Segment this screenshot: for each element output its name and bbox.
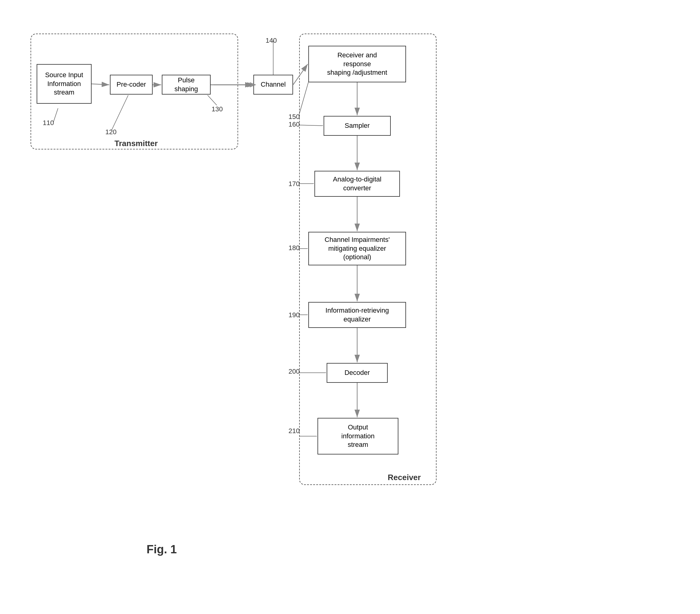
pulse-shaping-text: Pulse shaping — [165, 76, 207, 93]
source-block: Source Input Information stream — [37, 64, 91, 104]
equalizer2-block: Information-retrieving equalizer — [308, 302, 406, 328]
label-110: 110 — [43, 119, 54, 127]
label-190: 190 — [288, 311, 300, 319]
adc-text: Analog-to-digital converter — [333, 175, 382, 192]
sampler-block: Sampler — [324, 116, 391, 136]
decoder-block: Decoder — [327, 363, 388, 383]
channel-block: Channel — [253, 75, 293, 94]
label-210: 210 — [288, 427, 300, 435]
output-text: Output information stream — [341, 423, 375, 449]
precoder-text: Pre-coder — [117, 80, 146, 89]
label-170: 170 — [288, 180, 300, 188]
transmitter-label: Transmitter — [114, 139, 158, 148]
label-130: 130 — [212, 105, 223, 113]
receiver-label: Receiver — [388, 473, 421, 482]
diagram-container: Transmitter Receiver Source Input Inform… — [24, 18, 675, 583]
receiver-response-text: Receiver and response shaping /adjustmen… — [327, 51, 387, 77]
pulse-shaping-block: Pulse shaping — [162, 75, 211, 94]
label-120: 120 — [105, 128, 117, 136]
decoder-text: Decoder — [345, 369, 370, 377]
receiver-response-block: Receiver and response shaping /adjustmen… — [308, 46, 406, 82]
label-160: 160 — [288, 120, 300, 128]
equalizer2-text: Information-retrieving equalizer — [325, 306, 389, 324]
sampler-text: Sampler — [345, 121, 370, 130]
output-block: Output information stream — [317, 418, 398, 455]
source-text: Source Input Information stream — [45, 71, 83, 97]
equalizer1-text: Channel Impairments' mitigating equalize… — [325, 235, 389, 262]
equalizer1-block: Channel Impairments' mitigating equalize… — [308, 232, 406, 265]
label-150: 150 — [288, 113, 300, 121]
label-140: 140 — [266, 37, 277, 44]
adc-block: Analog-to-digital converter — [314, 171, 400, 197]
precoder-block: Pre-coder — [110, 75, 153, 94]
label-200: 200 — [288, 368, 300, 375]
channel-text: Channel — [261, 80, 286, 89]
fig-label: Fig. 1 — [147, 543, 177, 556]
label-180: 180 — [288, 244, 300, 252]
